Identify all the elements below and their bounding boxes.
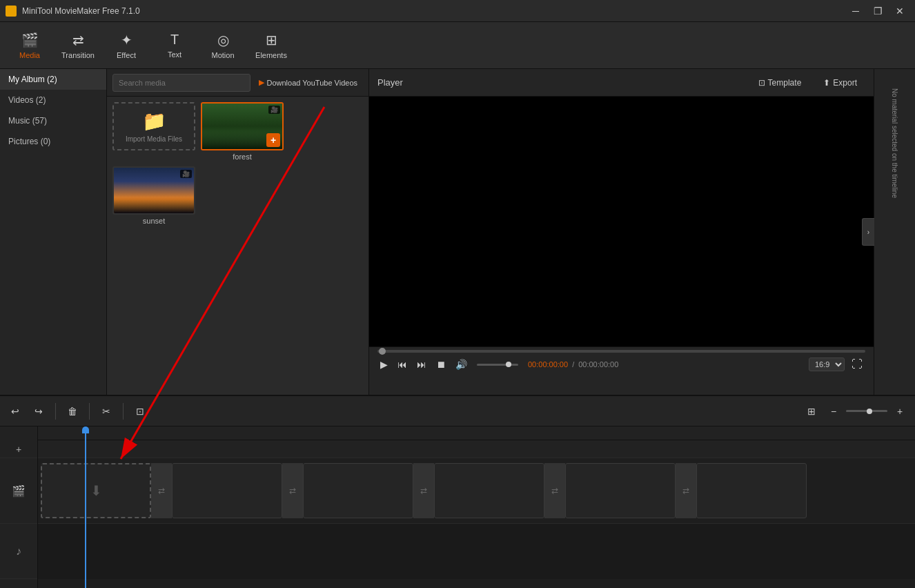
folder-icon: 📁 [142, 110, 166, 133]
transition-slot-2[interactable]: ⇄ [282, 463, 303, 518]
text-tool-button[interactable]: T Text [150, 25, 199, 66]
toolbar-separator-3 [123, 403, 124, 420]
app-icon [6, 6, 17, 17]
transition-icon-1: ⇄ [158, 486, 165, 496]
transition-slot-5[interactable]: ⇄ [676, 463, 696, 518]
stop-button[interactable]: ⏹ [433, 357, 449, 371]
next-frame-button[interactable]: ⏭ [414, 357, 429, 371]
no-material-text: No material selected on the timeline [891, 75, 898, 212]
forest-label: forest [233, 153, 252, 161]
zoom-slider[interactable] [846, 410, 887, 412]
cut-button[interactable]: ✂ [97, 402, 116, 421]
fit-timeline-button[interactable]: ⊞ [802, 402, 821, 421]
player-area: Player ⊡ Template ⬆ Export ▶ ⏮ [369, 69, 874, 395]
transition-slot-4[interactable]: ⇄ [544, 463, 565, 518]
prev-frame-button[interactable]: ⏮ [395, 357, 410, 371]
transition-icon-3: ⇄ [420, 486, 427, 496]
timeline-toolbar: ↩ ↪ 🗑 ✂ ⊡ ⊞ − + [0, 396, 915, 427]
transition-tool-button[interactable]: ⇄ Transition [54, 25, 102, 66]
tracks-container: ⬇ ⇄ ⇄ ⇄ ⇄ [38, 427, 915, 588]
video-track-icon: 🎬 [12, 484, 26, 498]
add-track-button[interactable]: + [0, 440, 37, 458]
toolbar-separator-2 [89, 403, 90, 420]
template-icon: ⊡ [758, 78, 765, 88]
minimize-button[interactable]: ─ [846, 4, 865, 18]
sidebar-item-pictures[interactable]: Pictures (0) [0, 131, 106, 152]
export-button[interactable]: ⬆ Export [815, 75, 865, 90]
player-header-right: ⊡ Template ⬆ Export [750, 75, 865, 90]
close-button[interactable]: ✕ [890, 4, 909, 18]
video-canvas [369, 97, 874, 346]
add-to-timeline-badge[interactable]: + [266, 133, 280, 147]
delete-button[interactable]: 🗑 [63, 402, 82, 421]
transition-icon: ⇄ [72, 32, 84, 48]
timeline-content: + 🎬 ♪ ⬇ [0, 427, 915, 588]
playhead[interactable] [85, 427, 86, 588]
play-button[interactable]: ▶ [377, 357, 391, 371]
zoom-in-button[interactable]: + [890, 402, 909, 421]
sidebar-item-album[interactable]: My Album (2) [0, 69, 106, 90]
add-track-icon: + [16, 444, 21, 455]
undo-button[interactable]: ↩ [6, 402, 25, 421]
aspect-ratio-select[interactable]: 16:9 4:3 1:1 9:16 [809, 357, 845, 371]
progress-knob[interactable] [379, 348, 386, 355]
video-track: ⬇ ⇄ ⇄ ⇄ ⇄ [38, 458, 915, 524]
fullscreen-button[interactable]: ⛶ [849, 357, 865, 372]
search-input[interactable] [112, 74, 250, 92]
effect-icon: ✦ [121, 32, 132, 48]
crop-button[interactable]: ⊡ [130, 402, 150, 421]
progress-bar[interactable] [377, 350, 865, 353]
text-label: Text [168, 50, 181, 59]
youtube-download-button[interactable]: ▶ Download YouTube Videos [253, 75, 364, 90]
right-panel: › No material selected on the timeline [874, 69, 915, 395]
toolbar: 🎬 Media ⇄ Transition ✦ Effect T Text ◎ M… [0, 22, 915, 69]
forest-thumbnail[interactable]: 🎥 + [201, 102, 284, 150]
video-cell-4[interactable] [434, 463, 544, 518]
sunset-thumbnail[interactable]: 🎥 [112, 166, 195, 215]
sidebar-item-music[interactable]: Music (57) [0, 110, 106, 131]
sunset-label: sunset [143, 217, 165, 225]
elements-label: Elements [255, 51, 287, 59]
media-tool-button[interactable]: 🎬 Media [6, 25, 54, 66]
redo-button[interactable]: ↪ [29, 402, 48, 421]
restore-button[interactable]: ❐ [868, 4, 887, 18]
ruler-spacer [0, 427, 37, 440]
player-header: Player ⊡ Template ⬆ Export [369, 69, 874, 97]
sidebar-item-videos[interactable]: Videos (2) [0, 90, 106, 110]
time-separator: / [572, 360, 574, 369]
controls-row: ▶ ⏮ ⏭ ⏹ 🔊 00:00:00:00 / 00:00:00:00 16:9… [377, 357, 865, 372]
media-panel: ▶ Download YouTube Videos 📁 Import Media… [107, 69, 369, 395]
elements-tool-button[interactable]: ⊞ Elements [247, 25, 295, 66]
right-panel-collapse-button[interactable]: › [862, 218, 874, 246]
zoom-out-button[interactable]: − [824, 402, 843, 421]
effect-label: Effect [117, 51, 136, 59]
transition-slot-1[interactable]: ⇄ [151, 463, 172, 518]
titlebar: MiniTool MovieMaker Free 7.1.0 ─ ❐ ✕ [0, 0, 915, 22]
transition-icon-4: ⇄ [551, 486, 558, 496]
timeline-ruler [38, 427, 915, 440]
video-cell-5[interactable] [565, 463, 676, 518]
transition-icon-5: ⇄ [682, 486, 689, 496]
volume-button[interactable]: 🔊 [453, 357, 470, 371]
time-total: 00:00:00:00 [578, 360, 618, 369]
player-controls: ▶ ⏮ ⏭ ⏹ 🔊 00:00:00:00 / 00:00:00:00 16:9… [369, 346, 874, 395]
video-cell-3[interactable] [303, 463, 413, 518]
transition-slot-3[interactable]: ⇄ [413, 463, 434, 518]
toolbar-separator-1 [55, 403, 56, 420]
effect-tool-button[interactable]: ✦ Effect [102, 25, 150, 66]
video-cell-drop[interactable]: ⬇ [41, 463, 151, 518]
motion-tool-button[interactable]: ◎ Motion [199, 25, 247, 66]
video-cell-2[interactable] [172, 463, 282, 518]
sunset-media-item[interactable]: 🎥 sunset [112, 166, 195, 225]
media-label: Media [19, 51, 40, 59]
import-thumbnail[interactable]: 📁 Import Media Files [112, 102, 195, 150]
timeline-area: ↩ ↪ 🗑 ✂ ⊡ ⊞ − + + 🎬 ♪ [0, 395, 915, 588]
media-icon: 🎬 [21, 32, 39, 48]
forest-media-item[interactable]: 🎥 + forest [201, 102, 284, 161]
motion-icon: ◎ [217, 32, 229, 48]
import-media-item[interactable]: 📁 Import Media Files [112, 102, 195, 161]
template-button[interactable]: ⊡ Template [750, 75, 810, 90]
video-cell-6[interactable] [696, 463, 807, 518]
volume-slider[interactable] [477, 364, 518, 366]
track-labels: + 🎬 ♪ [0, 427, 38, 588]
